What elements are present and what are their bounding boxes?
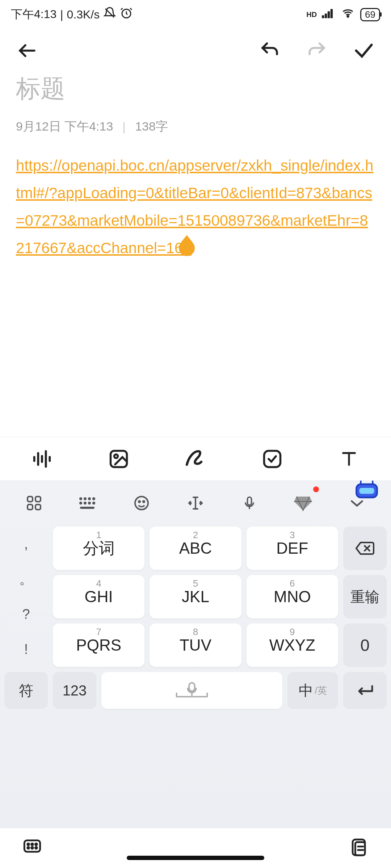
key-2[interactable]: 2ABC — [150, 527, 241, 570]
svg-point-22 — [92, 502, 95, 505]
svg-rect-4 — [331, 9, 333, 18]
note-date: 9月12日 下午4:13 — [16, 118, 113, 135]
draw-button[interactable] — [181, 444, 210, 473]
key-period[interactable]: 。 — [4, 564, 48, 594]
diamond-icon[interactable] — [289, 489, 318, 518]
svg-rect-37 — [355, 842, 365, 855]
svg-point-33 — [28, 847, 29, 849]
apps-icon[interactable] — [20, 489, 49, 518]
alarm-icon — [120, 7, 133, 22]
status-speed: 0.3K/s — [67, 8, 100, 21]
text-cursor-handle[interactable] — [179, 240, 195, 256]
image-button[interactable] — [104, 444, 133, 473]
svg-point-19 — [79, 502, 82, 505]
editor-toolbar — [0, 437, 391, 480]
redo-button[interactable] — [304, 38, 329, 63]
svg-rect-28 — [189, 683, 194, 691]
keyboard-left-column: , 。 ? ! — [4, 527, 48, 667]
key-exclaim[interactable]: ! — [4, 634, 48, 664]
svg-point-5 — [347, 16, 349, 17]
svg-point-17 — [88, 497, 91, 500]
status-left: 下午4:13 | 0.3K/s — [11, 7, 133, 22]
key-5[interactable]: 5JKL — [150, 575, 241, 618]
back-button[interactable] — [14, 38, 40, 63]
keyboard-bottom-row: 符 123 中/英 — [0, 667, 391, 715]
note-content[interactable]: https://openapi.boc.cn/appserver/zxkh_si… — [16, 152, 375, 262]
content-link[interactable]: https://openapi.boc.cn/appserver/zxkh_si… — [16, 157, 374, 256]
svg-rect-14 — [35, 505, 41, 510]
svg-rect-1 — [322, 15, 324, 18]
key-123[interactable]: 123 — [53, 672, 96, 709]
key-zero[interactable]: 0 — [343, 624, 387, 667]
key-7[interactable]: 7PQRS — [53, 624, 144, 667]
key-8[interactable]: 8TUV — [150, 624, 241, 667]
svg-point-35 — [35, 847, 37, 849]
svg-point-30 — [28, 843, 29, 845]
key-4[interactable]: 4GHI — [53, 575, 144, 618]
svg-point-21 — [88, 502, 91, 505]
hd-indicator: HD — [306, 10, 317, 19]
app-header — [0, 29, 391, 72]
text-format-button[interactable] — [335, 444, 363, 473]
svg-rect-10 — [359, 488, 374, 494]
keyboard-hide-icon[interactable] — [22, 837, 43, 859]
svg-point-31 — [31, 843, 33, 845]
svg-rect-12 — [35, 497, 41, 502]
wifi-icon — [341, 7, 355, 22]
key-enter[interactable] — [343, 672, 387, 709]
home-indicator[interactable] — [127, 856, 264, 860]
svg-point-18 — [92, 497, 95, 500]
svg-point-32 — [35, 843, 37, 845]
status-divider: | — [60, 8, 63, 21]
clipboard-icon[interactable] — [348, 837, 369, 859]
svg-rect-11 — [28, 497, 33, 502]
svg-rect-3 — [328, 11, 330, 18]
undo-button[interactable] — [257, 38, 282, 63]
key-question[interactable]: ? — [4, 599, 48, 629]
key-1[interactable]: 1分词 — [53, 527, 144, 570]
title-input[interactable]: 标题 — [16, 72, 375, 105]
key-language[interactable]: 中/英 — [287, 672, 338, 709]
battery-indicator: 69 — [360, 8, 380, 21]
svg-point-34 — [31, 847, 33, 849]
status-time: 下午4:13 — [11, 7, 56, 22]
meta-line: 9月12日 下午4:13 | 138字 — [16, 118, 375, 135]
key-backspace[interactable] — [343, 527, 387, 570]
key-9[interactable]: 9WXYZ — [247, 624, 338, 667]
ime-keyboard: , 。 ? ! 1分词 2ABC 3DEF 4GHI 5JKL 6MNO 重输 … — [0, 480, 391, 828]
cursor-icon[interactable] — [181, 489, 210, 518]
system-nav-bar — [0, 828, 391, 868]
confirm-button[interactable] — [351, 38, 377, 63]
signal-icon — [322, 8, 336, 21]
svg-point-24 — [135, 497, 148, 510]
svg-point-26 — [143, 501, 144, 502]
svg-rect-23 — [80, 507, 94, 509]
key-symbol[interactable]: 符 — [4, 672, 48, 709]
voice-wave-button[interactable] — [28, 444, 56, 473]
svg-rect-8 — [264, 451, 281, 467]
status-bar: 下午4:13 | 0.3K/s HD 69 — [0, 0, 391, 29]
keyboard-main-grid: , 。 ? ! 1分词 2ABC 3DEF 4GHI 5JKL 6MNO 重输 … — [0, 523, 391, 667]
mic-icon[interactable] — [235, 489, 264, 518]
svg-point-16 — [84, 497, 87, 500]
key-space[interactable] — [101, 672, 282, 709]
keyboard-switch-icon[interactable] — [73, 489, 102, 518]
svg-point-25 — [139, 501, 140, 502]
svg-point-15 — [79, 497, 82, 500]
title-area: 标题 9月12日 下午4:13 | 138字 — [16, 72, 375, 135]
status-right: HD 69 — [306, 7, 380, 22]
svg-rect-2 — [325, 14, 327, 18]
emoji-icon[interactable] — [127, 489, 156, 518]
key-3[interactable]: 3DEF — [247, 527, 338, 570]
word-count: 138字 — [135, 118, 168, 135]
keyboard-toolbar — [0, 483, 391, 523]
svg-point-7 — [114, 454, 118, 458]
key-reinput[interactable]: 重输 — [343, 575, 387, 618]
svg-rect-27 — [247, 497, 251, 505]
keyboard-assistant-icon[interactable] — [353, 478, 380, 499]
checklist-button[interactable] — [258, 444, 287, 473]
meta-divider: | — [122, 120, 126, 134]
key-6[interactable]: 6MNO — [247, 575, 338, 618]
key-comma[interactable]: , — [4, 529, 48, 559]
svg-point-20 — [84, 502, 87, 505]
